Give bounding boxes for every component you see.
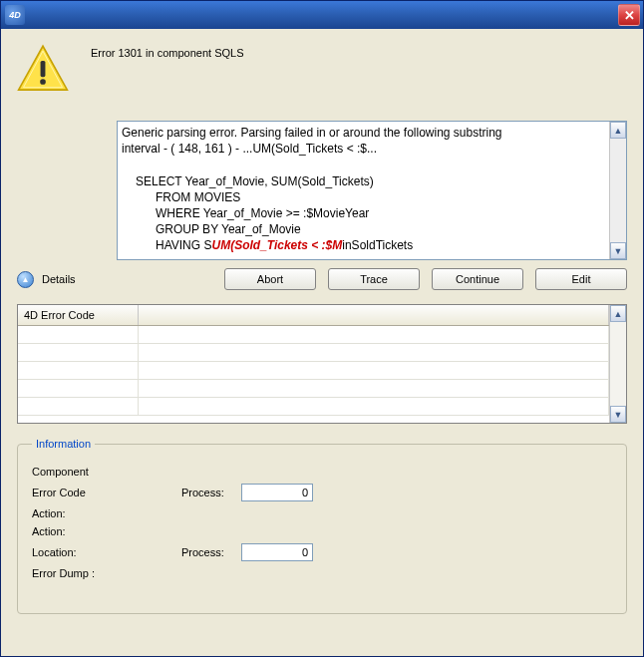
sql-line: GROUP BY Year_of_Movie	[122, 221, 608, 237]
table-header[interactable]: 4D Error Code	[18, 305, 138, 325]
error-message-box: Generic parsing error. Parsing failed in…	[117, 121, 627, 260]
table-row[interactable]	[18, 361, 609, 379]
dialog-content: Error 1301 in component SQLS Generic par…	[1, 29, 643, 656]
information-group: Information Component Error Code Process…	[17, 438, 627, 614]
scrollbar[interactable]: ▲ ▼	[609, 122, 626, 259]
component-label: Component	[32, 466, 181, 478]
sql-line: HAVING SUM(Sold_Tickets < :$MinSoldTicke…	[122, 237, 608, 253]
error-headline: Error 1301 in component SQLS	[91, 47, 243, 59]
scroll-down-icon[interactable]: ▼	[610, 242, 626, 259]
chevron-up-icon: ▲	[17, 271, 34, 288]
process-field[interactable]	[241, 484, 313, 501]
scroll-down-icon[interactable]: ▼	[610, 406, 626, 423]
errordump-label: Error Dump :	[32, 567, 181, 579]
process-label: Process:	[181, 546, 241, 558]
table-header[interactable]	[138, 305, 609, 325]
error-code-table: 4D Error Code ▲ ▼	[17, 304, 627, 424]
information-legend: Information	[32, 438, 95, 450]
continue-button[interactable]: Continue	[432, 268, 523, 290]
close-button[interactable]: ✕	[618, 4, 640, 26]
svg-point-3	[40, 79, 46, 85]
sql-line: FROM MOVIES	[122, 189, 608, 205]
sql-line: SELECT Year_of_Movie, SUM(Sold_Tickets)	[122, 173, 608, 189]
scroll-up-icon[interactable]: ▲	[610, 305, 626, 322]
scrollbar[interactable]: ▲ ▼	[609, 305, 626, 423]
edit-button[interactable]: Edit	[535, 268, 627, 290]
scroll-up-icon[interactable]: ▲	[610, 122, 626, 139]
action-label: Action:	[32, 507, 181, 519]
table-row[interactable]	[18, 343, 609, 361]
error-substring: UM(Sold_Tickets < :$M	[211, 238, 342, 252]
table-row[interactable]	[18, 379, 609, 397]
process-field[interactable]	[241, 543, 313, 561]
msg-line: Generic parsing error. Parsing failed in…	[122, 125, 608, 141]
details-label: Details	[42, 273, 76, 285]
app-icon: 4D	[5, 5, 25, 25]
details-toggle[interactable]: ▲ Details	[17, 271, 76, 288]
action-label: Action:	[32, 525, 181, 537]
sql-line: WHERE Year_of_Movie >= :$MovieYear	[122, 205, 608, 221]
warning-icon	[17, 43, 69, 97]
table-row[interactable]	[18, 397, 609, 415]
trace-button[interactable]: Trace	[328, 268, 420, 290]
errorcode-label: Error Code	[32, 487, 181, 498]
process-label: Process:	[181, 487, 241, 498]
location-label: Location:	[32, 546, 181, 558]
titlebar: 4D ✕	[1, 1, 643, 29]
table-row[interactable]	[18, 325, 609, 343]
svg-rect-2	[41, 61, 46, 77]
abort-button[interactable]: Abort	[224, 268, 316, 290]
msg-line: interval - ( 148, 161 ) - ...UM(Sold_Tic…	[122, 141, 608, 157]
